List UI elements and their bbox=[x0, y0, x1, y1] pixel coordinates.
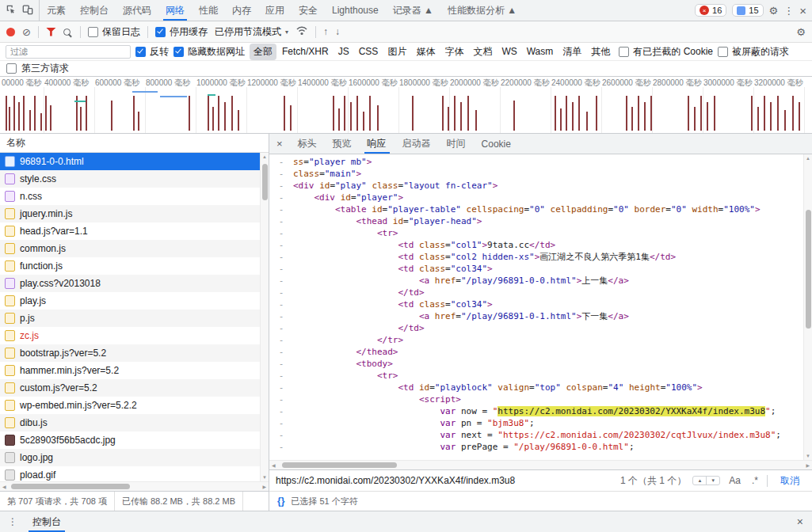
filter-type[interactable]: 清单 bbox=[558, 44, 585, 60]
main-tab[interactable]: 性能 bbox=[192, 0, 225, 21]
response-horizontal-scrollbar[interactable]: ◀ ▶ bbox=[269, 460, 812, 469]
main-tab[interactable]: 控制台 bbox=[73, 0, 116, 21]
filter-type[interactable]: JS bbox=[334, 44, 353, 59]
request-row[interactable]: bootstrap.js?ver=5.2 bbox=[0, 344, 269, 362]
cancel-button[interactable]: 取消 bbox=[774, 474, 806, 488]
scroll-left-icon[interactable]: ◀ bbox=[272, 462, 276, 468]
regex-button[interactable]: .* bbox=[749, 475, 761, 486]
scrollbar-thumb[interactable] bbox=[282, 462, 397, 468]
search-icon[interactable] bbox=[63, 28, 71, 36]
main-tab[interactable]: 源代码 bbox=[116, 0, 158, 21]
filter-type[interactable]: 全部 bbox=[250, 44, 276, 60]
request-row[interactable]: custom.js?ver=5.2 bbox=[0, 379, 269, 397]
scroll-down-icon[interactable]: ▼ bbox=[806, 454, 810, 458]
request-row[interactable]: dibu.js bbox=[0, 414, 269, 431]
scroll-left-icon[interactable]: ◀ bbox=[2, 484, 6, 489]
scroll-up-icon[interactable]: ▲ bbox=[262, 154, 267, 159]
filter-type[interactable]: Wasm bbox=[523, 44, 558, 59]
scrollbar-thumb[interactable] bbox=[11, 484, 130, 489]
request-row[interactable]: style.css bbox=[0, 170, 269, 188]
scrollbar-thumb[interactable] bbox=[262, 164, 268, 200]
filter-type[interactable]: Fetch/XHR bbox=[278, 44, 333, 59]
export-har-icon[interactable]: ↓ bbox=[335, 26, 340, 37]
drawer-menu-icon[interactable]: ⋮ bbox=[0, 511, 25, 532]
blocked-cookies-checkbox[interactable] bbox=[619, 47, 629, 57]
filter-type[interactable]: 媒体 bbox=[412, 44, 439, 60]
preserve-log-toggle[interactable]: 保留日志 bbox=[88, 25, 140, 39]
third-party-checkbox[interactable] bbox=[6, 63, 17, 74]
main-tab[interactable]: 性能数据分析 ▲ bbox=[440, 0, 524, 21]
scroll-down-icon[interactable]: ▼ bbox=[262, 475, 267, 480]
scrollbar-thumb[interactable] bbox=[806, 210, 811, 329]
filter-input[interactable] bbox=[6, 45, 131, 59]
issues-badge[interactable]: 15 bbox=[732, 4, 763, 17]
response-tab[interactable]: Cookie bbox=[474, 134, 519, 154]
main-tab[interactable]: 网络 bbox=[158, 0, 192, 21]
disable-cache-checkbox[interactable] bbox=[155, 27, 166, 37]
filter-type[interactable]: 文档 bbox=[469, 44, 496, 60]
next-match-icon[interactable]: ▼ bbox=[706, 477, 719, 484]
main-tab[interactable]: 应用 bbox=[258, 0, 292, 21]
drawer-tab-console[interactable]: 控制台 bbox=[25, 511, 68, 532]
preserve-log-checkbox[interactable] bbox=[88, 27, 98, 37]
more-options-icon[interactable]: ⋮ bbox=[783, 6, 794, 16]
filter-funnel-icon[interactable] bbox=[46, 28, 56, 36]
request-row[interactable]: n.css bbox=[0, 188, 269, 205]
disable-cache-toggle[interactable]: 停用缓存 bbox=[155, 25, 208, 39]
request-row[interactable]: common.js bbox=[0, 240, 269, 257]
main-tab[interactable]: 内存 bbox=[225, 0, 258, 21]
request-row[interactable]: logo.jpg bbox=[0, 449, 269, 466]
request-row[interactable]: head.js?var=1.1 bbox=[0, 222, 269, 240]
filter-type[interactable]: 其他 bbox=[587, 44, 614, 60]
settings-gear-icon[interactable]: ⚙ bbox=[769, 6, 779, 16]
timeline-overview[interactable]: 00000 毫秒400000 毫秒600000 毫秒800000 毫秒10000… bbox=[0, 77, 812, 134]
main-tab[interactable]: Lighthouse bbox=[325, 0, 386, 21]
close-drawer-icon[interactable]: × bbox=[788, 511, 812, 532]
pretty-print-icon[interactable]: {} bbox=[277, 496, 284, 507]
scroll-right-icon[interactable]: ▶ bbox=[262, 484, 266, 489]
response-tab[interactable]: 响应 bbox=[360, 134, 395, 154]
hide-data-urls-toggle[interactable]: 隐藏数据网址 bbox=[173, 45, 245, 59]
request-row[interactable]: hammer.min.js?ver=5.2 bbox=[0, 362, 269, 379]
response-vertical-scrollbar[interactable]: ▲ ▼ bbox=[803, 154, 812, 460]
requests-horizontal-scrollbar[interactable]: ◀ ▶ bbox=[0, 481, 269, 491]
request-row[interactable]: play.css?v2013018 bbox=[0, 275, 269, 292]
network-conditions-icon[interactable] bbox=[295, 25, 308, 38]
response-tab[interactable]: 时间 bbox=[439, 134, 474, 154]
blocked-requests-toggle[interactable]: 被屏蔽的请求 bbox=[718, 45, 789, 59]
blocked-requests-checkbox[interactable] bbox=[718, 47, 728, 57]
filter-type[interactable]: WS bbox=[497, 44, 520, 59]
filter-type[interactable]: 图片 bbox=[383, 44, 410, 60]
name-column-header[interactable]: 名称 bbox=[0, 134, 269, 153]
filter-type[interactable]: 字体 bbox=[440, 44, 467, 60]
response-tab[interactable]: 预览 bbox=[325, 134, 360, 154]
request-row[interactable]: jquery.min.js bbox=[0, 205, 269, 222]
scroll-up-icon[interactable]: ▲ bbox=[806, 156, 810, 161]
request-row[interactable]: wp-embed.min.js?ver=5.2.2 bbox=[0, 397, 269, 414]
main-tab[interactable]: 元素 bbox=[40, 0, 73, 21]
close-devtools-icon[interactable]: × bbox=[799, 5, 806, 17]
error-badge[interactable]: ×16 bbox=[695, 4, 726, 17]
throttling-select[interactable]: 已停用节流模式▾ bbox=[215, 25, 288, 39]
network-settings-gear-icon[interactable]: ⚙ bbox=[796, 27, 806, 37]
search-input[interactable]: https://c2.monidai.com/20230302/YXXKaX4f… bbox=[276, 475, 614, 486]
response-tab[interactable]: 启动器 bbox=[395, 134, 439, 154]
clear-icon[interactable]: ⊘ bbox=[22, 27, 31, 37]
blocked-cookies-toggle[interactable]: 有已拦截的 Cookie bbox=[619, 45, 713, 59]
request-row[interactable]: function.js bbox=[0, 257, 269, 275]
invert-toggle[interactable]: 反转 bbox=[135, 45, 169, 59]
main-tab[interactable]: 安全 bbox=[292, 0, 325, 21]
response-tab[interactable]: 标头 bbox=[290, 134, 325, 154]
request-row[interactable]: 96891-0-0.html bbox=[0, 153, 269, 170]
scroll-right-icon[interactable]: ▶ bbox=[806, 462, 810, 468]
main-tab[interactable]: 记录器 ▲ bbox=[386, 0, 440, 21]
request-row[interactable]: 5c28903f56b5acdc.jpg bbox=[0, 431, 269, 449]
filter-type[interactable]: CSS bbox=[355, 44, 383, 59]
request-row[interactable]: zc.js bbox=[0, 327, 269, 344]
previous-match-icon[interactable]: ▲ bbox=[693, 477, 706, 484]
hide-data-urls-checkbox[interactable] bbox=[173, 47, 184, 57]
invert-checkbox[interactable] bbox=[135, 47, 146, 57]
response-viewer[interactable]: ------------------------- ss="player mb"… bbox=[269, 154, 812, 460]
close-details-icon[interactable]: × bbox=[269, 134, 290, 154]
request-row[interactable]: pload.gif bbox=[0, 466, 269, 481]
